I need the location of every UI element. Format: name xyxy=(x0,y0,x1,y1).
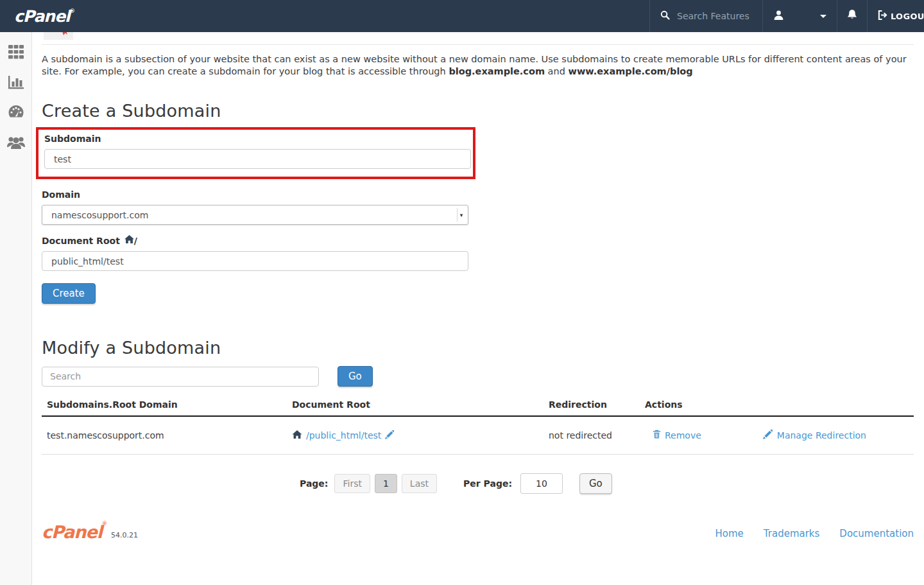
page-last-button[interactable]: Last xyxy=(402,474,437,493)
domain-label: Domain xyxy=(42,189,914,200)
footer-link-documentation[interactable]: Documentation xyxy=(839,528,914,539)
subdomain-input[interactable] xyxy=(44,149,471,169)
dashboard-gauge-icon[interactable] xyxy=(6,103,26,122)
footer-link-home[interactable]: Home xyxy=(715,528,744,539)
document-root-input[interactable] xyxy=(42,251,468,271)
logout-label: LOGOUT xyxy=(891,12,924,21)
cell-subdomain: test.namescosupport.com xyxy=(42,416,287,455)
create-button[interactable]: Create xyxy=(42,283,96,304)
home-icon xyxy=(124,235,134,246)
cell-actions: Remove Manage Redirection xyxy=(640,416,914,455)
cell-redirection: not redirected xyxy=(543,416,640,455)
per-page-go-button[interactable]: Go xyxy=(579,473,612,494)
col-header-redirection: Redirection xyxy=(543,399,640,416)
notifications-button[interactable] xyxy=(837,0,867,32)
create-subdomain-heading: Create a Subdomain xyxy=(42,101,914,121)
footer-link-trademarks[interactable]: Trademarks xyxy=(764,528,820,539)
edit-pencil-icon xyxy=(763,430,773,441)
cell-document-root: /public_html/test xyxy=(287,416,543,455)
page-current-button[interactable]: 1 xyxy=(375,474,397,493)
search-icon xyxy=(660,10,670,22)
users-icon[interactable] xyxy=(6,133,26,152)
home-grid-icon[interactable] xyxy=(6,42,26,62)
subdomain-label: Subdomain xyxy=(44,134,471,144)
search-features[interactable]: Search Features xyxy=(649,0,762,32)
logout-icon xyxy=(878,10,891,22)
document-root-label: Document Root / xyxy=(42,235,914,246)
edit-pencil-icon[interactable] xyxy=(385,430,394,441)
user-menu[interactable] xyxy=(762,0,837,32)
document-root-link[interactable]: /public_html/test xyxy=(306,430,381,441)
version-label: 54.0.21 xyxy=(111,531,138,539)
logout-button[interactable]: LOGOUT xyxy=(867,0,924,32)
chevron-down-icon xyxy=(820,15,826,18)
cpanel-footer-logo: cPanel® xyxy=(42,523,107,541)
header-divider xyxy=(42,44,914,45)
remove-link[interactable]: Remove xyxy=(653,430,701,441)
cpanel-logo: cPanel® xyxy=(0,7,74,26)
page-label: Page: xyxy=(300,478,328,489)
modify-subdomain-heading: Modify a Subdomain xyxy=(42,338,914,358)
per-page-input[interactable] xyxy=(520,473,563,494)
bell-icon xyxy=(846,9,858,23)
search-placeholder: Search Features xyxy=(677,11,749,21)
select-caret-icon: ▾ xyxy=(457,208,465,222)
statistics-icon[interactable] xyxy=(6,73,26,92)
home-icon xyxy=(292,430,302,441)
manage-redirection-link[interactable]: Manage Redirection xyxy=(763,430,866,441)
highlight-red-box: Subdomain xyxy=(36,127,475,179)
col-header-document-root: Document Root xyxy=(287,399,543,416)
footer: cPanel® 54.0.21 Home Trademarks Document… xyxy=(42,523,914,541)
intro-text: A subdomain is a subsection of your webs… xyxy=(42,53,914,77)
subdomains-table: Subdomains.Root Domain Document Root Red… xyxy=(42,399,914,455)
trash-icon xyxy=(653,430,661,441)
col-header-subdomains-root-domain: Subdomains.Root Domain xyxy=(42,399,287,416)
domain-select[interactable]: namescosupport.com ▾ xyxy=(42,205,468,225)
per-page-label: Per Page: xyxy=(463,478,512,489)
page-first-button[interactable]: First xyxy=(334,474,370,493)
domain-selected-value: namescosupport.com xyxy=(51,210,148,220)
table-row: test.namescosupport.com /public_html/tes… xyxy=(42,416,914,455)
topbar: cPanel® Search Features LOGOUT xyxy=(0,0,924,32)
col-header-actions: Actions xyxy=(640,399,914,416)
search-go-button[interactable]: Go xyxy=(338,366,373,387)
sidebar xyxy=(0,32,32,585)
modify-search-input[interactable] xyxy=(42,367,319,387)
pagination: Page: First 1 Last Per Page: Go xyxy=(300,473,914,494)
user-icon xyxy=(773,10,784,23)
